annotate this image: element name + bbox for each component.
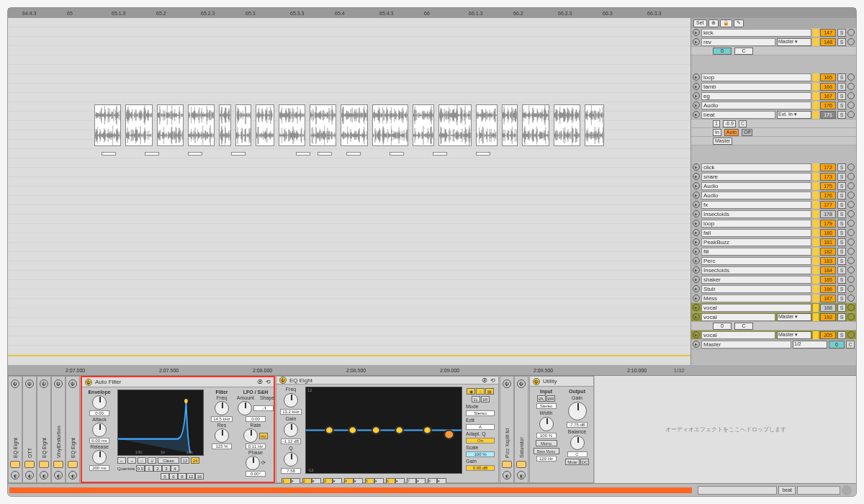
expand-icon[interactable]: ◐ <box>68 471 77 480</box>
arm-toggle[interactable] <box>847 313 855 320</box>
device-toggle[interactable] <box>10 461 20 468</box>
track-number[interactable]: 205 <box>820 331 836 339</box>
power-icon[interactable]: ⏻ <box>517 379 526 388</box>
set-button[interactable]: Set <box>693 19 707 27</box>
play-icon[interactable] <box>693 92 700 99</box>
track-number[interactable]: 181 <box>820 238 836 246</box>
track-row[interactable]: Mess 187 S <box>691 294 856 303</box>
play-icon[interactable] <box>693 83 700 90</box>
play-icon[interactable] <box>693 248 700 255</box>
q-value[interactable]: 7.58 <box>281 468 301 474</box>
freq-knob[interactable] <box>284 393 298 408</box>
gain-value[interactable]: -1.12 dB <box>281 438 302 444</box>
audio-clip[interactable] <box>256 104 274 146</box>
hz-toggle[interactable]: Hz <box>259 433 268 439</box>
arm-toggle[interactable] <box>847 229 855 236</box>
track-row[interactable]: PeakBuzz 181 S <box>691 238 856 247</box>
track-number[interactable]: 183 <box>820 257 836 265</box>
cue-box[interactable]: C <box>846 341 855 348</box>
solo-toggle[interactable]: S <box>837 73 846 81</box>
bar-ruler[interactable]: 64.4.36565.1.365.265.2.365.365.3.365.465… <box>8 8 856 18</box>
track-number[interactable]: 147 <box>820 29 836 37</box>
release-knob[interactable] <box>92 450 107 464</box>
play-icon[interactable] <box>693 201 700 208</box>
track-name[interactable]: fx <box>701 201 811 209</box>
track-name[interactable]: snare <box>701 173 811 181</box>
io-widget[interactable]: C <box>739 120 747 127</box>
solo-toggle[interactable]: S <box>837 192 846 199</box>
track-name[interactable]: kick <box>701 29 811 37</box>
track-row[interactable]: Insectoids 178 S <box>691 210 856 219</box>
arm-toggle[interactable] <box>847 38 855 45</box>
io-selector[interactable]: Master ▾ <box>777 331 811 339</box>
output-selector[interactable]: 1/2 <box>793 341 827 348</box>
solo-toggle[interactable]: S <box>837 248 846 256</box>
res-knob[interactable] <box>215 428 229 443</box>
solo-toggle[interactable]: S <box>837 111 846 119</box>
device-toggle[interactable] <box>502 461 512 468</box>
play-icon[interactable] <box>693 331 700 338</box>
solo-toggle[interactable]: S <box>837 257 846 265</box>
slope-12[interactable]: 12 <box>181 457 189 464</box>
solo-toggle[interactable]: S <box>837 331 846 339</box>
release-value[interactable]: 200 ms <box>89 465 109 471</box>
track-row[interactable]: snare 173 S <box>691 172 856 181</box>
track-number[interactable]: 175 <box>820 182 836 190</box>
freq-value[interactable]: 14.5 kHz <box>211 416 233 422</box>
pan-box[interactable]: 0 <box>829 341 845 348</box>
device-toggle[interactable] <box>39 461 49 468</box>
pan-cue-box[interactable]: C <box>734 48 753 55</box>
play-icon[interactable] <box>693 304 700 311</box>
midi-clip[interactable] <box>231 152 246 156</box>
collapsed-device[interactable]: ⏻ EQ Eight ◐ <box>66 376 80 483</box>
mute-toggle[interactable]: Mute <box>565 459 580 465</box>
balance-knob[interactable] <box>570 436 585 450</box>
phase-knob[interactable] <box>246 456 260 470</box>
track-number[interactable]: 172 <box>820 163 836 171</box>
track-row[interactable]: Audio 176 S <box>691 191 856 200</box>
utility-device[interactable]: ⏻ Utility Input ØL ØR Stereo Width 100 %… <box>529 376 594 483</box>
save-icon[interactable]: ⦿ <box>257 379 263 385</box>
eq-display[interactable]: 12 -12 <box>305 387 462 474</box>
track-row[interactable]: beat Ext. In ▾ 171 S <box>691 110 856 120</box>
track-name[interactable]: rev <box>701 38 775 46</box>
track-name[interactable]: loop <box>701 220 811 228</box>
track-name[interactable]: vocal <box>701 304 811 312</box>
eq-eight-device[interactable]: ⏻ EQ Eight ⦿ ⟲ Freq 13.2 kHz Gain -1.12 … <box>276 376 499 483</box>
track-number[interactable]: 187 <box>820 294 836 302</box>
solo-toggle[interactable]: S <box>837 220 846 228</box>
width-value[interactable]: 100 % <box>536 433 557 438</box>
zoom-level[interactable]: 1/32 <box>673 367 685 374</box>
io-selector[interactable]: Ext. In ▾ <box>777 111 811 119</box>
track-number[interactable]: 176 <box>820 192 836 199</box>
filter-type-bp-icon[interactable]: ∩ <box>138 457 146 464</box>
quantize-button[interactable]: 12 <box>186 473 195 480</box>
power-icon[interactable]: ⏻ <box>25 379 34 388</box>
arm-toggle[interactable] <box>847 83 855 90</box>
midi-clip[interactable] <box>318 152 332 156</box>
gain-value[interactable]: -7.75 dB <box>567 422 588 428</box>
arm-toggle[interactable] <box>847 220 855 227</box>
track-number[interactable]: 166 <box>820 83 836 91</box>
audio-clip[interactable] <box>476 104 498 146</box>
quantize-button[interactable]: 16 <box>195 473 204 480</box>
balance-value[interactable]: C <box>567 451 588 457</box>
play-icon[interactable] <box>693 257 700 264</box>
gain-knob[interactable] <box>568 402 587 420</box>
arm-toggle[interactable] <box>847 238 855 246</box>
audio-clip[interactable] <box>585 104 604 146</box>
track-row[interactable]: fall 180 S <box>691 228 856 238</box>
solo-toggle[interactable]: S <box>837 285 846 293</box>
arm-toggle[interactable] <box>847 304 855 311</box>
adapt-toggle[interactable]: On <box>466 438 495 444</box>
io-selector[interactable]: Master ▾ <box>777 38 811 46</box>
play-icon[interactable] <box>693 38 700 45</box>
track-name[interactable]: Mess <box>701 294 811 302</box>
filter-type-hp-icon[interactable]: ¬ <box>127 457 136 464</box>
arm-toggle[interactable] <box>847 266 855 274</box>
play-icon[interactable] <box>693 111 700 118</box>
audio-clip[interactable] <box>372 104 408 146</box>
filter-display[interactable]: 100 1k 10k <box>117 390 204 456</box>
device-title-bar[interactable]: ⏻ Auto Filter ⦿ ⟲ <box>82 377 274 387</box>
arm-toggle[interactable] <box>847 248 855 255</box>
